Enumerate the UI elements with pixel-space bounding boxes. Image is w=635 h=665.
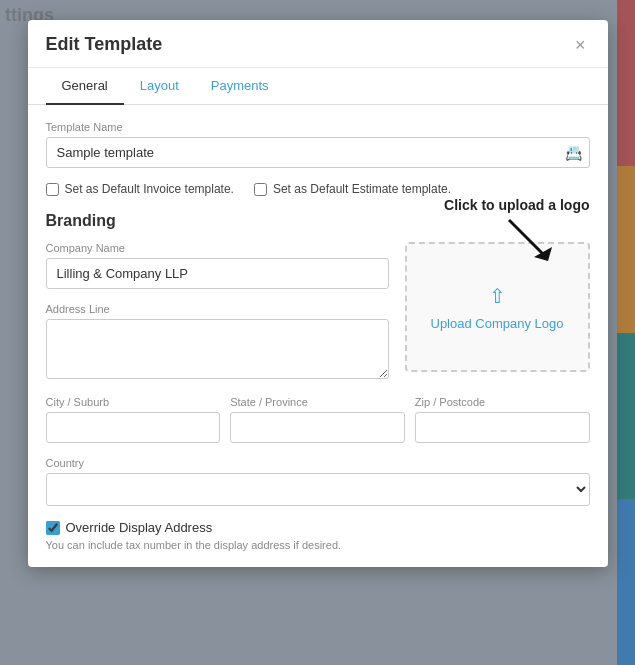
default-estimate-checkbox[interactable] [254,183,267,196]
branding-left: Company Name Address Line [46,242,389,396]
override-description: You can include tax number in the displa… [46,539,590,551]
template-name-input[interactable] [46,137,590,168]
override-section: Override Display Address You can include… [46,520,590,551]
modal-header: Edit Template × [28,20,608,68]
city-state-zip-row: City / Suburb State / Province Zip / Pos… [46,396,590,443]
override-checkbox-label[interactable]: Override Display Address [46,520,590,535]
branding-layout: Company Name Address Line Click to uploa… [46,242,590,396]
branding-section: Branding Company Name Address Line [46,212,590,551]
state-group: State / Province [230,396,405,443]
address-line-group: Address Line [46,303,389,382]
tab-payments[interactable]: Payments [195,68,285,105]
override-checkbox[interactable] [46,521,60,535]
zip-input[interactable] [415,412,590,443]
tab-general[interactable]: General [46,68,124,105]
callout-bubble: Click to upload a logo [444,197,589,265]
upload-label: Upload Company Logo [431,316,564,331]
branding-right: Click to upload a logo ⇧ Upload Company … [405,242,590,396]
callout-text: Click to upload a logo [444,197,589,213]
callout-container: Click to upload a logo ⇧ Upload Company … [405,242,590,372]
default-estimate-checkbox-label[interactable]: Set as Default Estimate template. [254,182,451,196]
default-invoice-label: Set as Default Invoice template. [65,182,234,196]
template-name-icon: 📇 [565,145,582,161]
default-invoice-checkbox[interactable] [46,183,59,196]
svg-line-0 [509,220,544,255]
city-input[interactable] [46,412,221,443]
company-name-group: Company Name [46,242,389,289]
callout-arrow [504,215,564,265]
tab-layout[interactable]: Layout [124,68,195,105]
zip-group: Zip / Postcode [415,396,590,443]
default-invoice-checkbox-label[interactable]: Set as Default Invoice template. [46,182,234,196]
address-line-label: Address Line [46,303,389,315]
modal: Edit Template × General Layout Payments … [28,20,608,567]
city-label: City / Suburb [46,396,221,408]
company-name-input[interactable] [46,258,389,289]
modal-title: Edit Template [46,34,163,55]
template-name-wrapper: 📇 [46,137,590,168]
close-button[interactable]: × [571,36,590,54]
city-group: City / Suburb [46,396,221,443]
override-label: Override Display Address [66,520,213,535]
checkboxes-row: Set as Default Invoice template. Set as … [46,182,590,196]
upload-icon: ⇧ [489,284,506,308]
state-label: State / Province [230,396,405,408]
country-label: Country [46,457,590,469]
address-line-input[interactable] [46,319,389,379]
company-name-label: Company Name [46,242,389,254]
zip-label: Zip / Postcode [415,396,590,408]
country-select[interactable] [46,473,590,506]
tabs-container: General Layout Payments [28,68,608,105]
overlay: Edit Template × General Layout Payments … [0,0,635,665]
default-estimate-label: Set as Default Estimate template. [273,182,451,196]
country-group: Country [46,457,590,506]
state-input[interactable] [230,412,405,443]
template-name-group: Template Name 📇 [46,121,590,168]
modal-body: Template Name 📇 Set as Default Invoice t… [28,105,608,567]
template-name-label: Template Name [46,121,590,133]
